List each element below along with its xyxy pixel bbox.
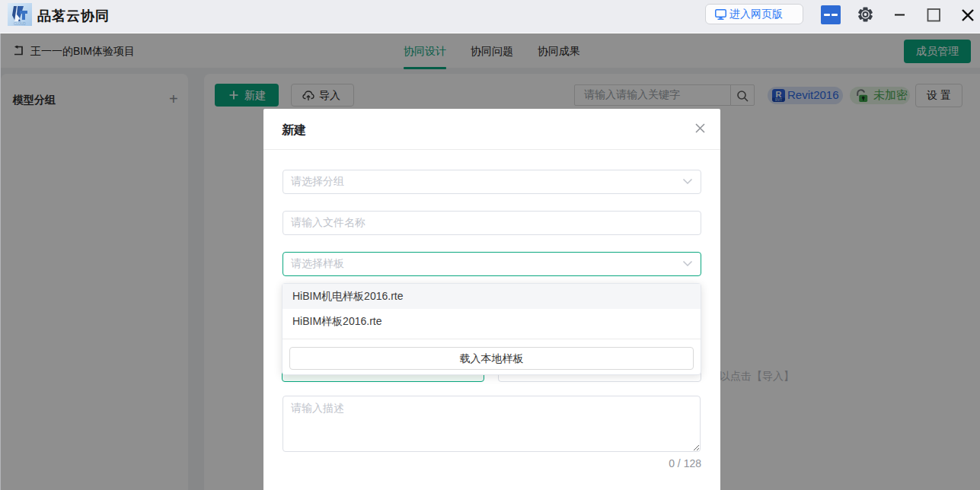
svg-text:CLOUD: CLOUD bbox=[14, 22, 27, 26]
